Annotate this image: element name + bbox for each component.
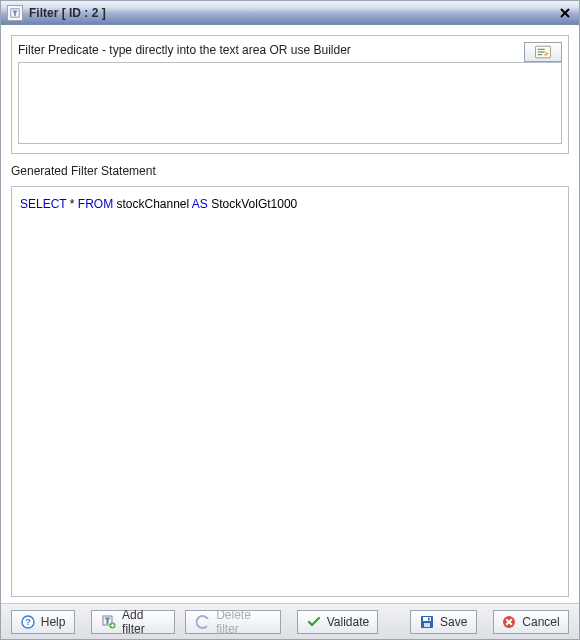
validate-icon bbox=[307, 615, 321, 629]
svg-rect-18 bbox=[428, 617, 430, 620]
builder-button[interactable] bbox=[524, 42, 562, 62]
svg-rect-17 bbox=[424, 623, 430, 627]
delete-filter-button[interactable]: Delete filter bbox=[185, 610, 281, 634]
svg-rect-7 bbox=[545, 54, 547, 56]
tok-alias: StockVolGt1000 bbox=[208, 197, 297, 211]
statement-label: Generated Filter Statement bbox=[11, 164, 569, 178]
help-label: Help bbox=[41, 615, 66, 629]
svg-marker-14 bbox=[206, 616, 209, 619]
titlebar: Filter [ ID : 2 ] bbox=[1, 1, 579, 25]
dialog-body: Filter Predicate - type directly into th… bbox=[1, 25, 579, 603]
cancel-button[interactable]: Cancel bbox=[493, 610, 569, 634]
add-filter-button[interactable]: Add filter bbox=[91, 610, 175, 634]
save-button[interactable]: Save bbox=[410, 610, 477, 634]
validate-button[interactable]: Validate bbox=[297, 610, 378, 634]
add-filter-label: Add filter bbox=[122, 608, 164, 636]
help-icon: ? bbox=[21, 615, 35, 629]
predicate-label: Filter Predicate - type directly into th… bbox=[18, 43, 351, 57]
close-button[interactable] bbox=[557, 5, 573, 21]
kw-as: AS bbox=[192, 197, 208, 211]
tok-table: stockChannel bbox=[113, 197, 192, 211]
add-filter-icon bbox=[102, 615, 116, 629]
kw-select: SELECT bbox=[20, 197, 66, 211]
filter-app-icon bbox=[7, 5, 23, 21]
predicate-textarea[interactable] bbox=[18, 62, 562, 144]
cancel-label: Cancel bbox=[522, 615, 559, 629]
button-bar: ? Help Add filter Delete filter Va bbox=[1, 603, 579, 639]
validate-label: Validate bbox=[327, 615, 369, 629]
cancel-icon bbox=[502, 615, 516, 629]
statement-output: SELECT * FROM stockChannel AS StockVolGt… bbox=[11, 186, 569, 597]
svg-text:?: ? bbox=[25, 617, 31, 627]
kw-from: FROM bbox=[78, 197, 113, 211]
filter-dialog: Filter [ ID : 2 ] Filter Predicate - typ… bbox=[0, 0, 580, 640]
delete-filter-label: Delete filter bbox=[216, 608, 270, 636]
tok-starfrom: * bbox=[66, 197, 77, 211]
svg-rect-16 bbox=[423, 617, 431, 621]
save-label: Save bbox=[440, 615, 467, 629]
save-icon bbox=[420, 615, 434, 629]
help-button[interactable]: ? Help bbox=[11, 610, 75, 634]
window-title: Filter [ ID : 2 ] bbox=[29, 6, 106, 20]
predicate-panel: Filter Predicate - type directly into th… bbox=[11, 35, 569, 154]
delete-filter-icon bbox=[196, 615, 210, 629]
